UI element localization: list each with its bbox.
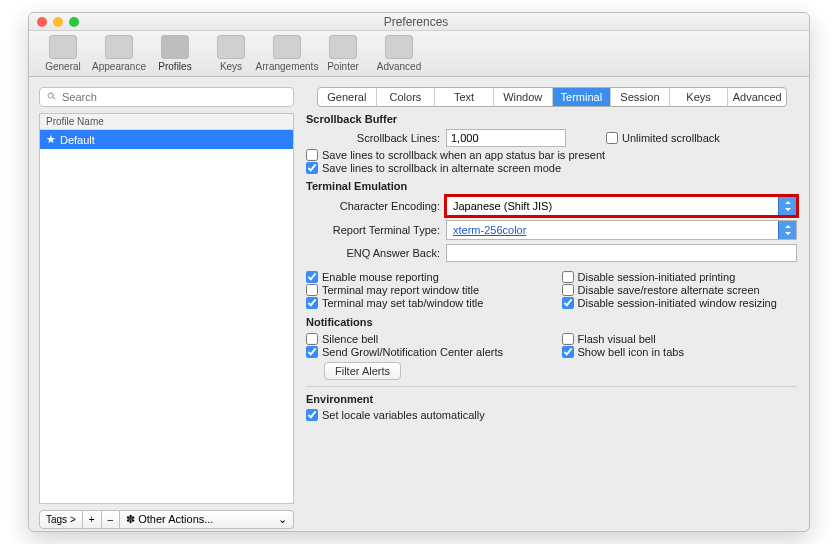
toolbar: General Appearance Profiles Keys Arrange… bbox=[29, 31, 809, 77]
set-locale-checkbox[interactable]: Set locale variables automatically bbox=[306, 409, 797, 421]
other-actions-button[interactable]: ✽ Other Actions... ⌄ bbox=[120, 510, 294, 529]
silence-bell-checkbox[interactable]: Silence bell bbox=[306, 333, 542, 345]
flash-bell-checkbox[interactable]: Flash visual bell bbox=[562, 333, 798, 345]
star-icon: ★ bbox=[46, 133, 56, 146]
toolbar-advanced[interactable]: Advanced bbox=[371, 33, 427, 76]
unlimited-scrollback-checkbox[interactable]: Unlimited scrollback bbox=[606, 132, 720, 144]
filter-alerts-button[interactable]: Filter Alerts bbox=[324, 362, 401, 380]
tags-button[interactable]: Tags > bbox=[39, 510, 83, 529]
scrollback-lines-label: Scrollback Lines: bbox=[306, 132, 446, 144]
disable-altscreen-checkbox[interactable]: Disable save/restore alternate screen bbox=[562, 284, 798, 296]
window-title: Preferences bbox=[79, 15, 753, 29]
save-statusbar-checkbox[interactable]: Save lines to scrollback when an app sta… bbox=[306, 149, 797, 161]
encoding-label: Character Encoding: bbox=[306, 200, 446, 212]
select-arrow-icon bbox=[778, 197, 796, 215]
tab-keys[interactable]: Keys bbox=[670, 88, 729, 106]
chevron-down-icon: ⌄ bbox=[278, 513, 287, 526]
disable-resize-checkbox[interactable]: Disable session-initiated window resizin… bbox=[562, 297, 798, 309]
profile-row-default[interactable]: ★ Default bbox=[40, 130, 293, 149]
minimize-icon[interactable] bbox=[53, 17, 63, 27]
emulation-title: Terminal Emulation bbox=[306, 180, 797, 192]
toolbar-pointer[interactable]: Pointer bbox=[315, 33, 371, 76]
profile-list[interactable]: Profile Name ★ Default bbox=[39, 113, 294, 504]
zoom-icon[interactable] bbox=[69, 17, 79, 27]
toolbar-general[interactable]: General bbox=[35, 33, 91, 76]
profile-settings: General Colors Text Window Terminal Sess… bbox=[302, 77, 809, 532]
close-icon[interactable] bbox=[37, 17, 47, 27]
search-input[interactable] bbox=[62, 91, 287, 103]
encoding-value: Japanese (Shift JIS) bbox=[453, 200, 552, 212]
character-encoding-select[interactable]: Japanese (Shift JIS) bbox=[446, 196, 797, 216]
growl-alerts-checkbox[interactable]: Send Growl/Notification Center alerts bbox=[306, 346, 542, 358]
window-controls bbox=[37, 17, 79, 27]
report-type-label: Report Terminal Type: bbox=[306, 224, 446, 236]
search-icon bbox=[46, 91, 58, 103]
set-tab-title-checkbox[interactable]: Terminal may set tab/window title bbox=[306, 297, 542, 309]
toolbar-profiles[interactable]: Profiles bbox=[147, 33, 203, 76]
tab-text[interactable]: Text bbox=[435, 88, 494, 106]
disable-printing-checkbox[interactable]: Disable session-initiated printing bbox=[562, 271, 798, 283]
select-arrow-icon bbox=[778, 221, 796, 239]
profile-search[interactable] bbox=[39, 87, 294, 107]
profile-list-header: Profile Name bbox=[40, 114, 293, 130]
remove-profile-button[interactable]: – bbox=[102, 510, 121, 529]
titlebar: Preferences bbox=[29, 13, 809, 31]
toolbar-keys[interactable]: Keys bbox=[203, 33, 259, 76]
tab-advanced[interactable]: Advanced bbox=[728, 88, 786, 106]
notifications-title: Notifications bbox=[306, 316, 797, 328]
tab-window[interactable]: Window bbox=[494, 88, 553, 106]
environment-title: Environment bbox=[306, 393, 797, 405]
toolbar-arrangements[interactable]: Arrangements bbox=[259, 33, 315, 76]
sidebar: Profile Name ★ Default Tags > + – ✽ Othe… bbox=[29, 77, 302, 532]
enq-answer-input[interactable] bbox=[446, 244, 797, 262]
report-terminal-type-select[interactable]: xterm-256color bbox=[446, 220, 797, 240]
tag-bar: Tags > + – ✽ Other Actions... ⌄ bbox=[39, 510, 294, 529]
enq-label: ENQ Answer Back: bbox=[306, 247, 446, 259]
mouse-reporting-checkbox[interactable]: Enable mouse reporting bbox=[306, 271, 542, 283]
profile-tabs: General Colors Text Window Terminal Sess… bbox=[317, 87, 787, 107]
scrollback-lines-input[interactable] bbox=[446, 129, 566, 147]
tab-session[interactable]: Session bbox=[611, 88, 670, 106]
report-type-value: xterm-256color bbox=[453, 224, 526, 236]
toolbar-appearance[interactable]: Appearance bbox=[91, 33, 147, 76]
report-window-title-checkbox[interactable]: Terminal may report window title bbox=[306, 284, 542, 296]
bell-icon-tabs-checkbox[interactable]: Show bell icon in tabs bbox=[562, 346, 798, 358]
tab-general[interactable]: General bbox=[318, 88, 377, 106]
add-profile-button[interactable]: + bbox=[83, 510, 102, 529]
profile-name: Default bbox=[60, 134, 95, 146]
save-altscreen-checkbox[interactable]: Save lines to scrollback in alternate sc… bbox=[306, 162, 797, 174]
preferences-window: Preferences General Appearance Profiles … bbox=[28, 12, 810, 532]
tab-colors[interactable]: Colors bbox=[377, 88, 436, 106]
tab-terminal[interactable]: Terminal bbox=[553, 88, 612, 106]
other-actions-label: ✽ Other Actions... bbox=[126, 513, 213, 526]
scrollback-title: Scrollback Buffer bbox=[306, 113, 797, 125]
